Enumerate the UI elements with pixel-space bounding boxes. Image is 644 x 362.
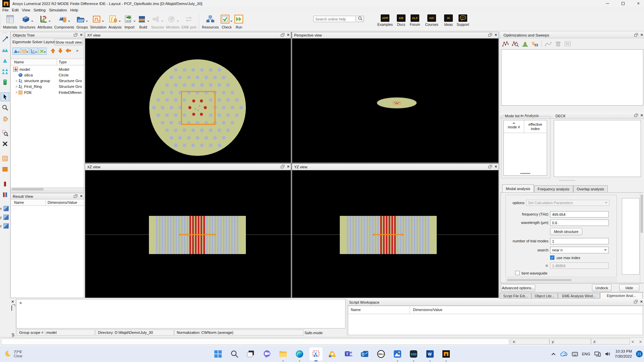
select-arrow-icon[interactable] [1,93,9,101]
dropdown-arrow-icon[interactable] [133,21,136,23]
frequency-input[interactable]: 499.654 [550,211,609,218]
check-button[interactable]: Check [220,13,233,29]
move-back-icon[interactable] [65,48,71,53]
tree-row-model[interactable]: modelModel [11,66,83,72]
maximize-button[interactable] [618,0,628,7]
modal-vscrollbar[interactable] [640,193,643,283]
word-icon[interactable]: W [423,347,437,361]
mode-list-resize-handle[interactable] [520,173,530,174]
start-icon[interactable] [211,347,225,361]
zoom-tool[interactable] [0,102,10,113]
delete-x-tool[interactable] [0,138,10,149]
language-indicator[interactable]: ENG [582,352,590,356]
dropdown-arrow-icon[interactable] [68,21,70,23]
zoom-region-icon[interactable] [1,129,9,137]
tree-row-FDE[interactable]: >FDEFiniteDifferen [11,89,83,95]
optimization-icon[interactable] [512,40,519,47]
simulation-button[interactable]: Simulation [89,13,107,29]
add-analysis-icon[interactable] [39,48,47,55]
zoom-region-tool[interactable] [0,128,10,138]
dropdown-arrow-icon[interactable] [119,21,121,23]
modal-vscroll-thumb[interactable] [641,194,643,233]
sort-ascending-icon[interactable] [513,121,515,124]
y-normal-icon[interactable] [3,214,9,221]
close-panel-icon[interactable]: × [80,194,83,198]
menu-view[interactable]: View [20,7,32,13]
yield-analysis-icon[interactable] [521,40,529,47]
move-up-icon[interactable] [51,48,55,53]
lumerical-app-icon[interactable] [439,347,453,361]
menu-file[interactable]: File [1,7,10,13]
close-view-icon[interactable]: × [494,33,497,37]
perspective-canvas[interactable] [292,39,498,163]
mode-number-column[interactable]: mode # [504,125,524,129]
wavelength-input[interactable]: 0.6 [550,220,609,226]
task-view-icon[interactable] [244,347,257,361]
search-button[interactable] [357,16,364,22]
close-view-icon[interactable]: × [287,165,289,169]
zoom-selection-icon[interactable] [1,56,9,65]
y-normal-tool[interactable]: y [0,213,10,222]
x-normal-tool[interactable]: x [0,204,10,213]
close-view-icon[interactable]: × [287,33,289,37]
column-dimensions[interactable]: Dimensions/Value [48,200,77,204]
trash-cylinder-tool[interactable] [0,77,10,87]
minimize-button[interactable] [602,0,612,7]
dropdown-arrow-icon[interactable] [102,21,104,23]
detail-low-icon[interactable] [1,180,9,188]
menu-edit[interactable]: Edit [10,7,20,13]
mesh-view-icon[interactable] [1,154,9,163]
script-console[interactable]: > [16,299,345,328]
mesh-structure-button[interactable]: Mesh structure [550,228,582,235]
xz-canvas[interactable] [85,170,291,298]
dell-icon[interactable]: DELL [374,347,388,361]
close-panel-icon[interactable]: × [640,33,643,37]
hide-button[interactable]: Hide [619,284,639,291]
outlook-icon[interactable]: O [358,347,371,361]
snipping-tool-icon[interactable] [309,347,323,361]
network-display-icon[interactable] [594,352,601,357]
modal-hscrollbar[interactable] [506,279,616,282]
groups-button[interactable]: Groups [75,13,89,29]
trial-modes-input[interactable]: 1 [550,238,609,244]
x-normal-icon[interactable] [3,205,9,212]
z-normal-tool[interactable]: z [0,222,10,230]
help-badge-support[interactable]: Support [454,14,472,26]
expander-icon[interactable]: > [11,85,17,88]
help-badge-forum[interactable]: ALFForum [406,14,424,26]
help-badge-courses[interactable]: AICCourses [423,14,440,26]
edge-icon[interactable] [293,347,306,361]
float-panel-icon[interactable] [11,305,12,311]
n-input[interactable]: 1.45804 [550,262,609,269]
notification-badge[interactable]: 21 [636,351,643,357]
menu-setting[interactable]: Setting [32,7,47,13]
view-all-tool[interactable] [0,66,10,77]
add-attribute-icon[interactable] [30,48,38,55]
dropdown-arrow-icon[interactable] [177,21,179,23]
float-view-icon[interactable] [488,166,491,168]
objects-tree-hscrollbar[interactable] [11,187,84,191]
float-panel-icon[interactable] [74,195,76,198]
dock-tab-3[interactable]: EME Analysis Wind... [558,293,600,299]
xy-canvas[interactable] [85,39,291,163]
expander-icon[interactable]: > [11,79,17,83]
delete-x-icon[interactable] [1,139,9,148]
column-type[interactable]: Type [59,60,67,64]
pan-hand-icon[interactable] [1,114,9,123]
next-arrow-button[interactable]: > [639,340,642,344]
detail-low-tool[interactable] [0,179,10,189]
bent-waveguide-checkbox[interactable] [515,271,520,275]
prev-arrow-button[interactable]: < [632,340,634,344]
toolbar-overflow-button[interactable]: » [76,48,78,53]
tray-chevron-up-icon[interactable] [551,352,556,356]
dropdown-arrow-icon[interactable] [31,21,33,23]
optimizations-list[interactable] [501,49,643,106]
advanced-options-button[interactable]: Advanced options... [501,284,535,291]
column-name[interactable]: Name [14,200,24,204]
float-view-icon[interactable] [281,166,283,168]
dock-tab-4[interactable]: Eigensolver Anal... [600,292,643,299]
chat-icon[interactable] [260,347,274,361]
materials-button[interactable]: Materials [2,13,18,29]
objects-tree-hscroll-thumb[interactable] [12,188,44,190]
material-view-tool[interactable] [0,164,10,175]
